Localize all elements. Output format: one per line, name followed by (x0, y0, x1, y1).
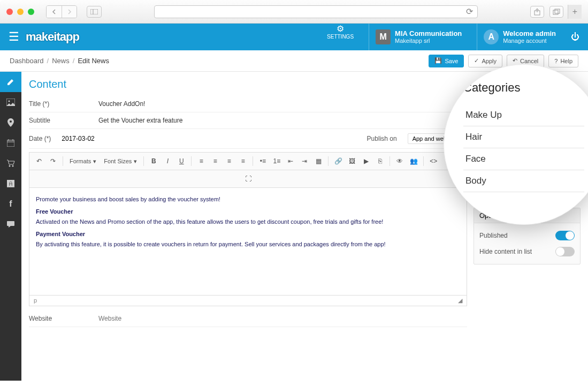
body-p3: By activating this feature, it is possib… (36, 240, 460, 249)
body-p2: Activated on the News and Promo section … (36, 217, 460, 226)
logo: makeitapp (26, 30, 79, 44)
svg-point-6 (9, 101, 10, 102)
editor-body[interactable]: Promote your business and boost sales by… (29, 188, 467, 295)
panel-title: Content (29, 78, 467, 90)
title-input[interactable] (98, 100, 467, 108)
url-bar[interactable]: ⟳ (154, 5, 478, 18)
indent-icon[interactable]: ⇥ (298, 155, 311, 168)
website-input[interactable] (98, 315, 467, 322)
hide-label: Hide content in list (479, 248, 532, 255)
check-icon: ✓ (474, 57, 479, 64)
rail-cart-icon[interactable] (0, 153, 21, 173)
manage-account-link: Manage account (503, 37, 556, 44)
table-icon[interactable]: ▦ (312, 155, 325, 168)
logout-icon[interactable]: ⏻ (571, 32, 579, 42)
category-item[interactable]: Hair (463, 126, 584, 148)
crumb-news[interactable]: News (52, 57, 70, 65)
website-label: Website (29, 315, 98, 322)
preview-icon[interactable]: 👁 (393, 155, 406, 168)
editor-statusbar: p ◢ (29, 295, 467, 306)
align-left-icon[interactable]: ≡ (195, 155, 208, 168)
underline-icon[interactable]: U (175, 155, 188, 168)
side-rail: 🅰 f (0, 72, 21, 381)
traffic-lights (6, 9, 34, 15)
rail-facebook-icon[interactable]: f (0, 194, 21, 214)
italic-icon[interactable]: I (161, 155, 174, 168)
refresh-icon[interactable]: ⟳ (466, 6, 473, 17)
fullscreen-icon[interactable]: ⛶ (34, 172, 462, 185)
title-label: Title (*) (29, 100, 98, 108)
rail-translate-icon[interactable]: 🅰 (0, 173, 21, 194)
save-icon: 💾 (434, 57, 442, 64)
svg-rect-7 (7, 140, 14, 147)
new-tab-button[interactable]: + (568, 5, 582, 19)
rail-chat-icon[interactable] (0, 214, 21, 234)
rail-edit-icon[interactable] (0, 72, 21, 92)
status-path: p (34, 297, 37, 304)
align-justify-icon[interactable]: ≡ (236, 155, 249, 168)
date-row: Date (*) 2017-03-02 Publish on App and w… (29, 129, 467, 149)
rail-image-icon[interactable] (0, 92, 21, 112)
date-label: Date (*) (29, 135, 51, 142)
sidebar-toggle[interactable] (87, 6, 102, 18)
hide-toggle[interactable] (555, 247, 575, 256)
link-icon[interactable]: 🔗 (332, 155, 345, 168)
close-window[interactable] (6, 9, 13, 15)
bold-icon[interactable]: B (147, 155, 160, 168)
category-item[interactable]: Body (463, 170, 584, 192)
categories-title: Categories (463, 81, 584, 95)
save-button[interactable]: 💾Save (429, 55, 464, 67)
share-icon[interactable] (530, 6, 544, 18)
settings-label: SETTINGS (327, 34, 354, 40)
back-button[interactable] (47, 6, 62, 18)
bullet-list-icon[interactable]: •≡ (256, 155, 269, 168)
embed-icon[interactable]: ⎘ (373, 155, 386, 168)
image-editor-icon[interactable]: 🖼 (346, 155, 358, 168)
org-name: MIA Communication (395, 29, 462, 38)
help-button[interactable]: ?Help (548, 55, 578, 67)
apply-button[interactable]: ✓Apply (468, 55, 502, 67)
welcome-text: Welcome admin (503, 29, 556, 38)
published-toggle[interactable] (555, 231, 575, 240)
rail-calendar-icon[interactable] (0, 133, 21, 153)
rich-editor: ↶ ↷ Formats ▾ Font Sizes ▾ B I U ≡ ≡ ≡ ≡… (29, 152, 467, 306)
maximize-window[interactable] (28, 9, 34, 15)
tabs-icon[interactable] (549, 6, 563, 18)
crumb-dashboard[interactable]: Dashboard (10, 57, 44, 65)
body-h2: Payment Voucher (36, 230, 460, 239)
users-icon[interactable]: 👥 (407, 155, 420, 168)
media-icon[interactable]: ▶ (360, 155, 372, 168)
account-section[interactable]: A Welcome admin Manage account (477, 24, 562, 50)
content-panel: Content Title (*) Subtitle Date (*) 2017… (29, 78, 467, 374)
redo-icon[interactable]: ↷ (47, 155, 59, 168)
title-row: Title (*) (29, 96, 467, 112)
align-center-icon[interactable]: ≡ (209, 155, 222, 168)
formats-dropdown[interactable]: Formats ▾ (66, 158, 100, 165)
svg-point-12 (12, 165, 14, 167)
subtitle-label: Subtitle (29, 117, 98, 124)
forward-button[interactable] (62, 6, 77, 18)
minimize-window[interactable] (17, 9, 24, 15)
org-avatar: M (376, 29, 391, 44)
fontsize-dropdown[interactable]: Font Sizes ▾ (101, 158, 140, 165)
crumb-current: Edit News (78, 57, 109, 65)
align-right-icon[interactable]: ≡ (223, 155, 235, 168)
date-value[interactable]: 2017-03-02 (62, 135, 94, 142)
svg-rect-3 (553, 10, 558, 14)
outdent-icon[interactable]: ⇤ (284, 155, 297, 168)
source-icon[interactable]: <> (427, 155, 440, 168)
menu-icon[interactable]: ☰ (9, 30, 19, 44)
category-item[interactable]: Face (463, 148, 584, 170)
browser-chrome: ⟳ + (0, 0, 588, 24)
undo-icon[interactable]: ↶ (33, 155, 45, 168)
category-item[interactable]: Make Up (463, 104, 584, 126)
help-icon: ? (554, 58, 558, 64)
number-list-icon[interactable]: 1≡ (270, 155, 283, 168)
organization-section[interactable]: M MIA Communication Makeitapp srl (369, 24, 468, 50)
editor-toolbar: ↶ ↷ Formats ▾ Font Sizes ▾ B I U ≡ ≡ ≡ ≡… (29, 153, 467, 170)
subtitle-input[interactable] (98, 117, 467, 124)
published-row: Published (479, 228, 575, 244)
rail-location-icon[interactable] (0, 112, 21, 133)
resize-handle[interactable]: ◢ (458, 297, 462, 304)
settings-button[interactable]: ⚙ SETTINGS (320, 24, 360, 50)
